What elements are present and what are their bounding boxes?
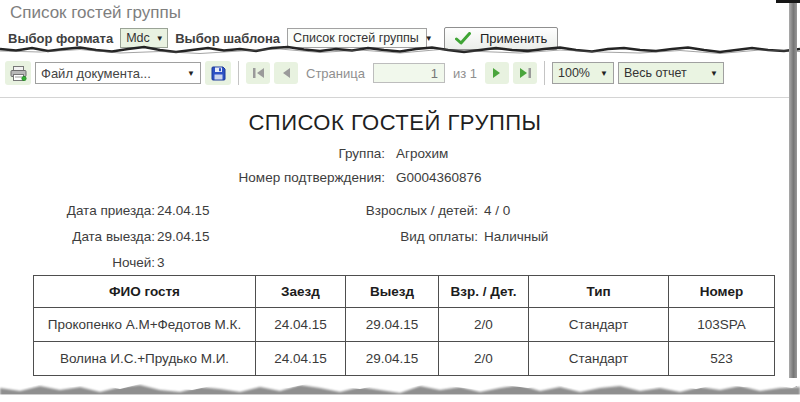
template-select-value: Список гостей группы	[293, 31, 419, 45]
checkout-cell: 29.04.15	[346, 342, 439, 376]
checkout-cell: 29.04.15	[346, 308, 439, 342]
table-row: Прокопенко А.М+Федотов М.К. 24.04.15 29.…	[34, 308, 775, 342]
column-header: Заезд	[256, 276, 346, 308]
confirmation-label: Номер подтверждения:	[239, 170, 385, 185]
last-page-button[interactable]	[513, 62, 537, 84]
report-toolbar: Файл документа... ▼ Страница	[5, 58, 724, 88]
room-type-cell: Стандарт	[529, 308, 669, 342]
page-number-input[interactable]	[373, 63, 445, 83]
nights-value: 3	[157, 255, 165, 270]
view-mode-select[interactable]: Весь отчет ▼	[618, 62, 724, 84]
checkin-cell: 24.04.15	[256, 308, 346, 342]
first-page-button[interactable]	[246, 62, 270, 84]
page-title: Список гостей группы	[10, 3, 181, 23]
torn-edge-bottom	[0, 378, 800, 402]
departure-date-label: Дата выезда:	[72, 229, 155, 244]
adults-children-label: Взрослых / детей:	[366, 203, 478, 218]
guest-name-cell: Прокопенко А.М+Федотов М.К.	[34, 308, 256, 342]
next-page-icon	[492, 67, 502, 79]
save-icon	[211, 66, 226, 81]
toolbar-separator	[544, 61, 545, 85]
room-number-cell: 523	[669, 342, 775, 376]
print-button[interactable]	[5, 61, 31, 85]
document-file-select-value: Файл документа...	[41, 66, 151, 81]
next-page-button[interactable]	[485, 62, 509, 84]
save-button[interactable]	[205, 61, 231, 85]
check-icon	[455, 32, 471, 45]
document-file-select[interactable]: Файл документа... ▼	[35, 62, 201, 84]
departure-date-value: 29.04.15	[157, 229, 210, 244]
toolbar-separator	[238, 61, 239, 85]
room-type-cell: Стандарт	[529, 342, 669, 376]
column-header: Тип	[529, 276, 669, 308]
adults-children-cell: 2/0	[439, 342, 529, 376]
zoom-select[interactable]: 100% ▼	[552, 62, 614, 84]
report-window: Список гостей группы Выбор формата Mdc ▼…	[0, 0, 800, 402]
caret-down-icon: ▼	[710, 69, 718, 78]
room-number-cell: 103SPA	[669, 308, 775, 342]
report-title: СПИСОК ГОСТЕЙ ГРУППЫ	[0, 110, 790, 136]
table-header-row: ФИО гостя Заезд Выезд Взр. / Дет. Тип Но…	[34, 276, 775, 308]
guest-name-cell: Волина И.С.+Прудько М.И.	[34, 342, 256, 376]
column-header: Выезд	[346, 276, 439, 308]
confirmation-value: G0004360876	[396, 170, 482, 185]
arrival-date-label: Дата приезда:	[67, 203, 155, 218]
caret-down-icon: ▼	[425, 34, 433, 43]
caret-down-icon: ▼	[156, 34, 164, 43]
format-select-value: Mdc	[126, 31, 150, 45]
group-value: Агрохим	[396, 146, 448, 161]
caret-down-icon: ▼	[600, 69, 608, 78]
column-header: Взр. / Дет.	[439, 276, 529, 308]
nights-label: Ночей:	[112, 255, 155, 270]
last-page-icon	[519, 67, 532, 79]
printer-icon	[10, 66, 27, 81]
toolbar-divider	[0, 97, 789, 98]
payment-type-value: Наличный	[484, 229, 548, 244]
view-mode-select-value: Весь отчет	[624, 66, 687, 80]
vertical-scrollbar[interactable]	[789, 3, 797, 387]
column-header: Номер	[669, 276, 775, 308]
prev-page-button[interactable]	[274, 62, 298, 84]
torn-edge-top	[0, 44, 800, 56]
adults-children-cell: 2/0	[439, 308, 529, 342]
first-page-icon	[252, 67, 265, 79]
column-header: ФИО гостя	[34, 276, 256, 308]
adults-children-value: 4 / 0	[484, 203, 510, 218]
table-row: Волина И.С.+Прудько М.И. 24.04.15 29.04.…	[34, 342, 775, 376]
page-label: Страница	[306, 66, 365, 81]
payment-type-label: Вид оплаты:	[400, 229, 478, 244]
caret-down-icon: ▼	[187, 69, 195, 78]
prev-page-icon	[281, 67, 291, 79]
page-total-label: из 1	[453, 66, 477, 81]
zoom-select-value: 100%	[558, 66, 590, 80]
guest-table: ФИО гостя Заезд Выезд Взр. / Дет. Тип Но…	[33, 275, 775, 376]
group-label: Группа:	[338, 146, 385, 161]
checkin-cell: 24.04.15	[256, 342, 346, 376]
arrival-date-value: 24.04.15	[157, 203, 210, 218]
